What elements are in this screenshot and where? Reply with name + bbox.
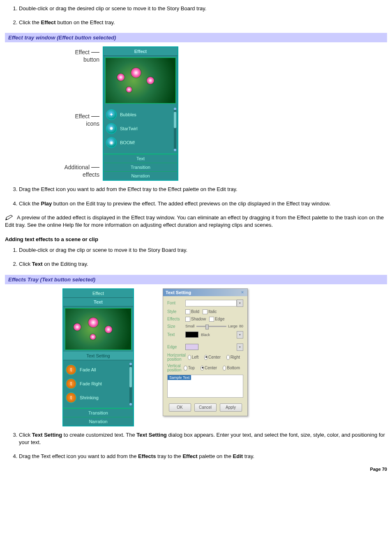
tab-narration[interactable]: Narration: [63, 417, 133, 426]
play-bold: Play: [41, 200, 52, 207]
hpos-label: Horizontalposition: [167, 353, 185, 362]
sample-text-area[interactable]: Sample Text: [167, 375, 243, 398]
text-effect-fade-all[interactable]: t Fade All: [65, 363, 131, 377]
section-header-effect-tray: Effect tray window (Effect button select…: [5, 33, 387, 42]
bold-checkbox[interactable]: [185, 309, 190, 314]
font-input[interactable]: [185, 300, 237, 306]
step-text: Click the: [19, 19, 41, 25]
effect-list: ✦ Bubbles ✹ StarTwirl ◉ BOOM!: [104, 105, 178, 154]
close-icon[interactable]: ×: [240, 290, 245, 295]
hpos-left-radio[interactable]: [188, 355, 191, 360]
text-effect-fade-right[interactable]: t Fade Right: [65, 377, 131, 391]
note-icon: [5, 214, 14, 221]
font-label: Font: [167, 301, 185, 305]
tab-transition[interactable]: Transition: [104, 163, 178, 171]
text-list-scrollbar[interactable]: [129, 363, 132, 405]
step-text: palette on the: [198, 453, 233, 459]
step-4: Click the Play button on the Edit tray t…: [19, 200, 387, 207]
effect-item-bubbles[interactable]: ✦ Bubbles: [105, 108, 176, 122]
bubbles-icon: ✦: [106, 109, 117, 120]
step-3b: Click Text Setting to create customized …: [19, 431, 387, 446]
effect-item-label: Fade Right: [80, 381, 102, 386]
tab-transition[interactable]: Transition: [63, 408, 133, 417]
text-setting-bold2: Text Setting: [136, 432, 166, 438]
effect-item-boom[interactable]: ◉ BOOM!: [105, 136, 176, 150]
tab-text[interactable]: Text: [63, 298, 133, 306]
vpos-bottom-radio[interactable]: [223, 366, 226, 371]
style-label: Style: [167, 309, 185, 314]
dialog-titlebar[interactable]: Text Setting ×: [163, 289, 247, 296]
text-color-dropdown-icon[interactable]: ▾: [237, 331, 243, 339]
figure-text-tray: Effect Text Text Setting t Fade All t Fa…: [62, 288, 387, 426]
step-4b: Drag the Text effect icon you want to ad…: [19, 453, 387, 460]
effect-item-label: BOOM!: [120, 140, 135, 145]
effect-item-label: Bubbles: [120, 112, 136, 117]
callout-effect-button-l1: Effect: [75, 49, 90, 55]
vpos-top-label: Top: [188, 366, 195, 370]
bold-label: Bold: [191, 309, 199, 314]
tab-effect[interactable]: Effect: [104, 47, 178, 56]
step-text: Double-click or drag the desired clip or…: [19, 5, 206, 12]
shadow-checkbox[interactable]: [185, 317, 190, 322]
effect-bold: Effect: [182, 453, 197, 459]
cancel-button[interactable]: Cancel: [194, 403, 217, 412]
effect-preview-pane: [105, 58, 176, 104]
text-setting-button[interactable]: Text Setting: [63, 352, 133, 360]
effects-bold: Effects: [138, 453, 156, 459]
edge-color-swatch[interactable]: [185, 344, 198, 350]
note-text: A preview of the added effect is display…: [5, 214, 384, 228]
effect-list-scrollbar[interactable]: [174, 108, 176, 151]
vpos-center-label: Center: [205, 366, 217, 370]
size-large-label: Large: [228, 324, 238, 328]
tab-text[interactable]: Text: [104, 154, 178, 163]
hpos-center-radio[interactable]: [204, 355, 208, 360]
step-text: to create customized text. The: [62, 432, 136, 438]
step-3: Drag the Effect icon you want to add fro…: [19, 186, 387, 193]
step-text: Click the: [19, 200, 41, 207]
scroll-thumb[interactable]: [129, 367, 132, 387]
preview-note: A preview of the added effect is display…: [5, 214, 387, 229]
vpos-label: Verticalposition: [167, 364, 181, 372]
vpos-top-radio[interactable]: [184, 366, 187, 371]
effects-label: Effects: [167, 317, 185, 321]
additional-effects-tabs: Text Transition Narration: [104, 154, 178, 180]
text-effect-icon: t: [66, 392, 76, 403]
size-slider[interactable]: [196, 326, 226, 327]
vpos-center-radio[interactable]: [201, 366, 204, 371]
ok-button[interactable]: OK: [169, 403, 191, 412]
text-bold: Text: [32, 261, 43, 267]
effect-tray-window: Effect ✦ Bubbles ✹ StarTwirl ◉ BO: [103, 46, 178, 181]
text-effect-shrinking[interactable]: t Shrinking: [65, 391, 131, 405]
text-color-swatch[interactable]: [185, 332, 198, 338]
step-2b: Click Text on the Editing tray.: [19, 260, 387, 268]
subheading-text-effects: Adding text effects to a scene or clip: [5, 236, 387, 242]
scroll-up-icon[interactable]: [129, 363, 132, 365]
text-setting-bold: Text Setting: [32, 432, 62, 438]
hpos-right-radio[interactable]: [226, 355, 230, 360]
step-list-2: Drag the Effect icon you want to add fro…: [5, 186, 387, 207]
scroll-down-icon[interactable]: [174, 149, 176, 151]
text-effect-icon: t: [66, 364, 76, 375]
scroll-thumb[interactable]: [174, 112, 176, 128]
page-number: Page 70: [5, 467, 387, 472]
callout-effect-icons-l1: Effect: [75, 113, 90, 120]
edge-color-dropdown-icon[interactable]: ▾: [237, 343, 243, 351]
effect-item-startwirl[interactable]: ✹ StarTwirl: [105, 122, 176, 136]
shadow-label: Shadow: [191, 317, 206, 321]
slider-thumb[interactable]: [205, 325, 209, 329]
italic-checkbox[interactable]: [203, 309, 208, 314]
apply-button[interactable]: Apply: [220, 403, 242, 412]
step-text: Drag the Text effect icon you want to ad…: [19, 453, 138, 459]
edge-checkbox[interactable]: [209, 317, 214, 322]
scroll-down-icon[interactable]: [129, 403, 132, 405]
size-small-label: Small: [185, 324, 195, 328]
text-effect-icon: t: [66, 378, 76, 389]
step-2: Click the Effect button on the Effect tr…: [19, 19, 387, 26]
section-header-text-tray: Effects Tray (Text button selected): [5, 275, 387, 284]
tab-effect[interactable]: Effect: [63, 289, 133, 298]
font-dropdown-icon[interactable]: ▾: [237, 299, 243, 307]
scroll-up-icon[interactable]: [174, 108, 176, 110]
hpos-right-label: Right: [231, 355, 240, 359]
italic-label: Italic: [208, 309, 217, 314]
tab-narration[interactable]: Narration: [104, 171, 178, 180]
